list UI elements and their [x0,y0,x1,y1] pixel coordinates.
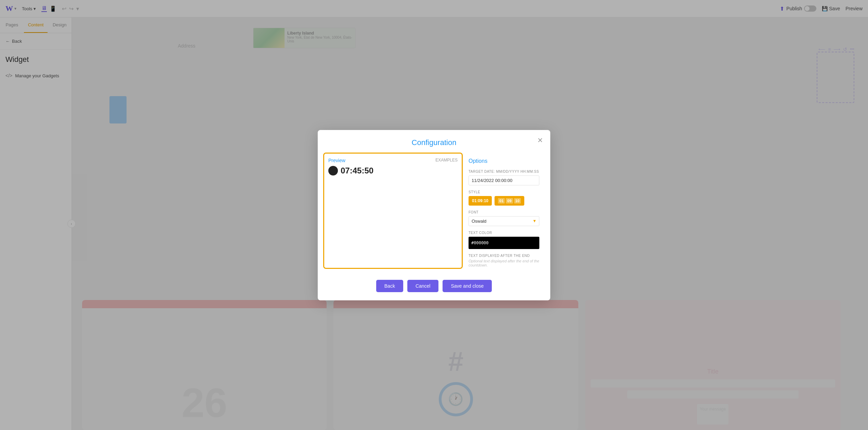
style-option-2[interactable]: 01 09 10 [495,196,524,206]
preview-clock: 07:45:50 [328,166,458,175]
options-section: Options TARGET DATE: MM/DD/YYYY HH:MM:SS… [463,153,545,269]
color-value: #000000 [471,240,489,245]
text-color-label: TEXT COLOR [469,231,539,235]
font-select-wrap: Oswald ▼ [469,216,539,226]
modal-header: Configuration [318,130,550,153]
configuration-modal: Configuration ✕ Preview EXAMPLES 07:45:5… [318,130,550,300]
target-date-label: TARGET DATE: MM/DD/YYYY HH:MM:SS [469,170,539,173]
after-end-label: TEXT DISPLAYED AFTER THE END [469,254,539,258]
preview-label-row: Preview EXAMPLES [328,158,458,163]
font-label: FONT [469,210,539,214]
clock-dot [328,166,338,175]
font-select[interactable]: Oswald [469,216,539,226]
after-end-sub: Optional text displayed after the end of… [469,259,539,267]
back-button[interactable]: Back [376,280,403,292]
modal-body: Preview EXAMPLES 07:45:50 Options TARGET… [318,153,550,274]
modal-close-button[interactable]: ✕ [535,135,545,145]
style-label: STYLE [469,190,539,194]
text-color-swatch[interactable]: #000000 [469,237,539,249]
modal-title: Configuration [326,138,542,147]
clock-time: 07:45:50 [341,166,373,175]
examples-label: EXAMPLES [435,158,458,162]
style-options: 01:09:10 01 09 10 [469,196,539,206]
save-close-button[interactable]: Save and close [443,280,492,292]
modal-footer: Back Cancel Save and close [318,274,550,300]
modal-overlay: Configuration ✕ Preview EXAMPLES 07:45:5… [0,0,868,430]
preview-section: Preview EXAMPLES 07:45:50 [323,153,463,269]
options-title: Options [469,158,539,164]
cancel-button[interactable]: Cancel [407,280,439,292]
preview-label: Preview [328,158,345,163]
target-date-input[interactable] [469,175,539,185]
style-option-1[interactable]: 01:09:10 [469,196,492,206]
